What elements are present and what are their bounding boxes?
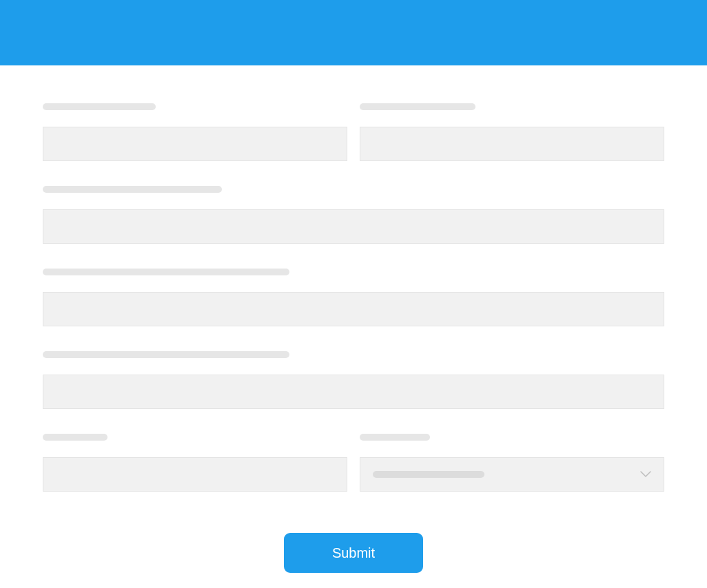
form-field-5-right [360,434,664,492]
field-label-placeholder [43,434,107,441]
field-label-placeholder [43,269,289,275]
form-field-2 [43,186,664,244]
header-banner [0,0,707,65]
field-label-placeholder [43,103,156,110]
dropdown-select[interactable] [360,457,664,492]
text-input-3[interactable] [43,292,664,326]
form-container: Submit [0,65,707,573]
field-label-placeholder [43,351,289,358]
field-label-placeholder [360,434,430,441]
select-placeholder [373,471,484,478]
form-field-5-left [43,434,347,492]
field-label-placeholder [360,103,475,110]
text-input-1-left[interactable] [43,127,347,161]
form-field-4 [43,351,664,409]
form-field-3 [43,269,664,326]
text-input-4[interactable] [43,375,664,409]
form-field-1-left [43,103,347,161]
text-input-1-right[interactable] [360,127,664,161]
text-input-5-left[interactable] [43,457,347,492]
text-input-2[interactable] [43,209,664,244]
submit-button[interactable]: Submit [284,533,423,573]
chevron-down-icon [640,471,651,478]
field-label-placeholder [43,186,222,193]
form-field-1-right [360,103,664,161]
